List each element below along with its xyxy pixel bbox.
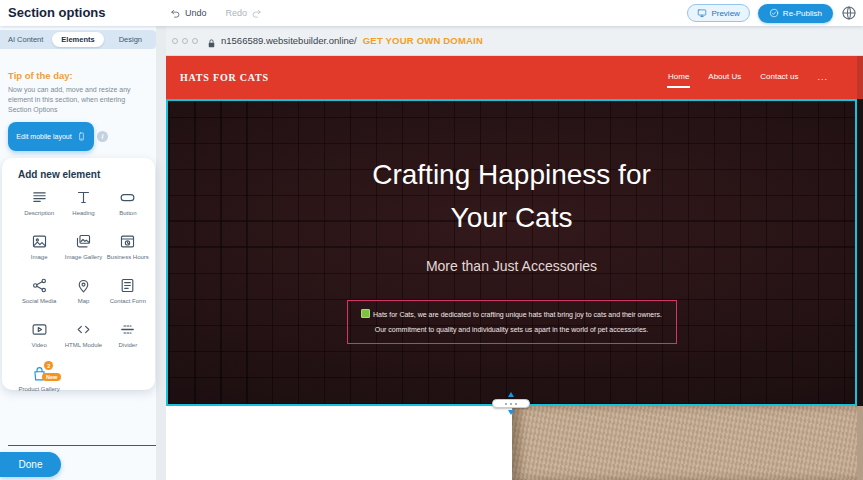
new-badge: New [42, 373, 61, 381]
window-dot-icon [182, 38, 188, 44]
contact-form-icon [119, 277, 136, 294]
video-icon [31, 321, 48, 338]
element-contact-form[interactable]: Contact Form [107, 277, 149, 311]
sidebar: AI Content Elements Design Tip of the da… [0, 26, 156, 480]
social-media-icon [31, 277, 48, 294]
preview-label: Preview [711, 9, 739, 18]
product-gallery-count-badge: 2 [44, 361, 53, 370]
sidebar-divider [8, 445, 156, 446]
hero-subheading[interactable]: More than Just Accessories [426, 258, 597, 274]
image-icon [31, 233, 48, 250]
page-title: Section options [8, 5, 106, 20]
drag-handle-pill [492, 399, 530, 408]
undo-icon [170, 8, 181, 19]
element-map[interactable]: Map [62, 277, 104, 311]
heading-icon [75, 189, 92, 206]
tab-design[interactable]: Design [105, 30, 156, 49]
tip-title: Tip of the day: [8, 70, 150, 81]
element-product-gallery[interactable]: 2 New Product Gallery [18, 365, 60, 399]
window-dot-icon [172, 38, 178, 44]
redo-label: Redo [226, 8, 248, 18]
toolbar-right-group: Preview Re-Publish [687, 0, 857, 26]
edit-mobile-label: Edit mobile layout [16, 133, 71, 140]
code-icon [75, 321, 92, 338]
republish-button[interactable]: Re-Publish [758, 4, 833, 23]
section-resize-handle[interactable] [491, 392, 531, 415]
nav-about-us[interactable]: About Us [707, 67, 742, 88]
site-header[interactable]: HATS FOR CATS Home About Us Contact us .… [166, 56, 857, 99]
element-button[interactable]: Button [107, 189, 149, 223]
element-social-media[interactable]: Social Media [18, 277, 60, 311]
preview-button[interactable]: Preview [687, 4, 749, 22]
description-icon [31, 189, 48, 206]
monitor-icon [697, 8, 707, 18]
site-logo[interactable]: HATS FOR CATS [180, 72, 269, 83]
element-business-hours[interactable]: Business Hours [107, 233, 149, 267]
undo-button[interactable]: Undo [170, 8, 207, 19]
button-icon [119, 189, 136, 206]
add-element-title: Add new element [18, 169, 149, 180]
tip-of-the-day: Tip of the day: Now you can add, move an… [8, 70, 150, 115]
globe-icon [841, 5, 857, 21]
edit-mobile-layout-button[interactable]: Edit mobile layout [8, 122, 94, 151]
image-gallery-icon [75, 233, 92, 250]
tip-body: Now you can add, move and resize any ele… [8, 85, 150, 115]
nav-more-menu[interactable]: ... [816, 67, 829, 89]
business-hours-icon [119, 233, 136, 250]
language-globe-button[interactable] [841, 5, 857, 21]
info-icon[interactable]: i [97, 131, 108, 142]
undo-label: Undo [185, 8, 207, 18]
tab-ai-content[interactable]: AI Content [0, 30, 51, 49]
site-preview-canvas: n1566589.websitebuilder.online/ GET YOUR… [166, 26, 863, 480]
map-pin-icon [75, 277, 92, 294]
site-nav: Home About Us Contact us ... [667, 67, 829, 89]
hero-text-box[interactable]: Hats for Cats, we are dedicated to craft… [347, 300, 677, 344]
mobile-phone-icon [77, 130, 86, 143]
element-video[interactable]: Video [18, 321, 60, 355]
hero-body-text: Hats for Cats, we are dedicated to craft… [373, 311, 662, 333]
carpet-cat-image[interactable] [512, 406, 857, 480]
nav-contact-us[interactable]: Contact us [759, 67, 799, 88]
window-control-dots [172, 38, 198, 44]
sidebar-tabs: AI Content Elements Design [0, 30, 156, 49]
element-image[interactable]: Image [18, 233, 60, 267]
divider-icon [119, 321, 136, 338]
element-image-gallery[interactable]: Image Gallery [62, 233, 104, 267]
get-domain-link[interactable]: GET YOUR OWN DOMAIN [363, 35, 483, 46]
done-button[interactable]: Done [0, 452, 61, 477]
site-url: n1566589.websitebuilder.online/ [221, 35, 357, 46]
element-description[interactable]: Description [18, 189, 60, 223]
top-toolbar: Section options Undo Redo Preview [0, 0, 863, 26]
add-element-panel: Add new element Description Heading [2, 158, 155, 390]
arrow-up-icon [508, 392, 514, 397]
element-heading[interactable]: Heading [62, 189, 104, 223]
redo-button[interactable]: Redo [226, 8, 263, 19]
undo-redo-group: Undo Redo [170, 0, 262, 26]
lock-icon [206, 35, 217, 46]
element-grid: Description Heading Button [18, 189, 149, 399]
element-html-module[interactable]: HTML Module [62, 321, 104, 355]
website-builder-app: Section options Undo Redo Preview [0, 0, 863, 480]
check-circle-icon [769, 8, 779, 18]
nav-home[interactable]: Home [667, 67, 690, 88]
redo-icon [251, 8, 262, 19]
tab-elements[interactable]: Elements [52, 32, 103, 47]
republish-label: Re-Publish [783, 9, 822, 18]
window-dot-icon [192, 38, 198, 44]
page-scrollbar[interactable] [857, 56, 863, 480]
hero-section-selected[interactable]: Crafting Happiness for Your Cats More th… [166, 99, 857, 406]
element-divider[interactable]: Divider [107, 321, 149, 355]
browser-chrome-bar: n1566589.websitebuilder.online/ GET YOUR… [166, 26, 863, 56]
image-placeholder-icon[interactable] [361, 309, 370, 318]
next-section[interactable] [166, 406, 857, 480]
arrow-down-icon [508, 410, 514, 415]
hero-heading[interactable]: Crafting Happiness for Your Cats [352, 153, 672, 240]
